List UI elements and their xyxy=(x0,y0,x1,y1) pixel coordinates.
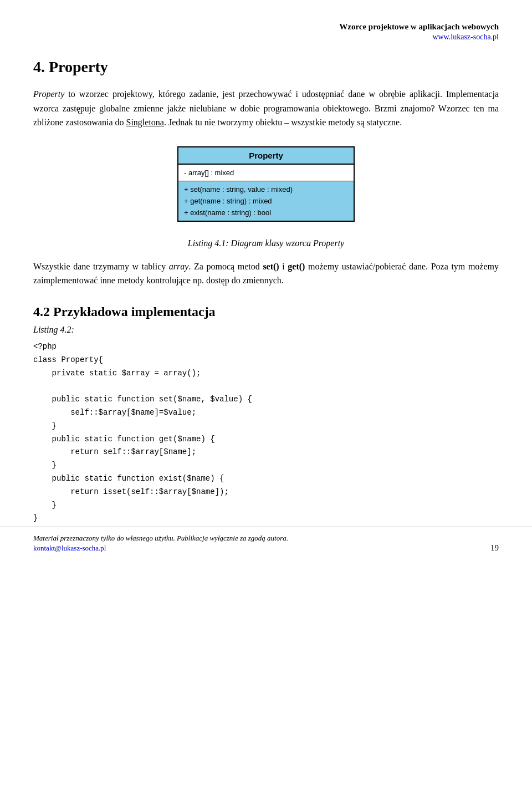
property-italic: Property xyxy=(33,89,64,99)
uml-class-name: Property xyxy=(178,147,354,165)
page-footer: Materiał przeznaczony tylko do własnego … xyxy=(0,527,532,553)
uml-diagram: Property - array[] : mixed + set(name : … xyxy=(177,146,355,222)
description-paragraph: Wszystkie dane trzymamy w tablicy array.… xyxy=(33,259,499,288)
header-title: Wzorce projektowe w aplikacjach webowych xyxy=(33,22,499,32)
uml-methods: + set(name : string, value : mixed) + ge… xyxy=(178,181,354,221)
uml-method-set: + set(name : string, value : mixed) xyxy=(184,184,348,195)
footer-text: Materiał przeznaczony tylko do własnego … xyxy=(33,534,288,542)
page-container: Wzorce projektowe w aplikacjach webowych… xyxy=(0,0,532,569)
uml-method-exist: + exist(name : string) : bool xyxy=(184,207,348,218)
section-subtitle: 4.2 Przykładowa implementacja xyxy=(33,304,499,319)
uml-attributes: - array[] : mixed xyxy=(178,165,354,181)
get-bold: get() xyxy=(288,262,305,271)
intro-paragraph: Property to wzorzec projektowy, którego … xyxy=(33,87,499,130)
uml-class-label: Property xyxy=(249,151,283,160)
singletona-link[interactable]: Singletona xyxy=(126,118,164,127)
uml-diagram-container: Property - array[] : mixed + set(name : … xyxy=(33,146,499,222)
section-title: 4. Property xyxy=(33,58,499,76)
listing-label: Listing 4.2: xyxy=(33,325,499,335)
array-italic: array xyxy=(169,262,189,271)
uml-method-get: + get(name : string) : mixed xyxy=(184,195,348,207)
footer-link[interactable]: kontakt@lukasz-socha.pl xyxy=(33,544,106,552)
page-header: Wzorce projektowe w aplikacjach webowych… xyxy=(33,22,499,42)
code-block: <?php class Property{ private static $ar… xyxy=(33,340,499,525)
page-number: 19 xyxy=(490,543,499,553)
listing-caption: Listing 4.1: Diagram klasy wzorca Proper… xyxy=(33,238,499,248)
header-url[interactable]: www.lukasz-socha.pl xyxy=(432,33,499,41)
uml-attr-row: - array[] : mixed xyxy=(184,167,348,179)
set-bold: set() xyxy=(263,262,279,271)
